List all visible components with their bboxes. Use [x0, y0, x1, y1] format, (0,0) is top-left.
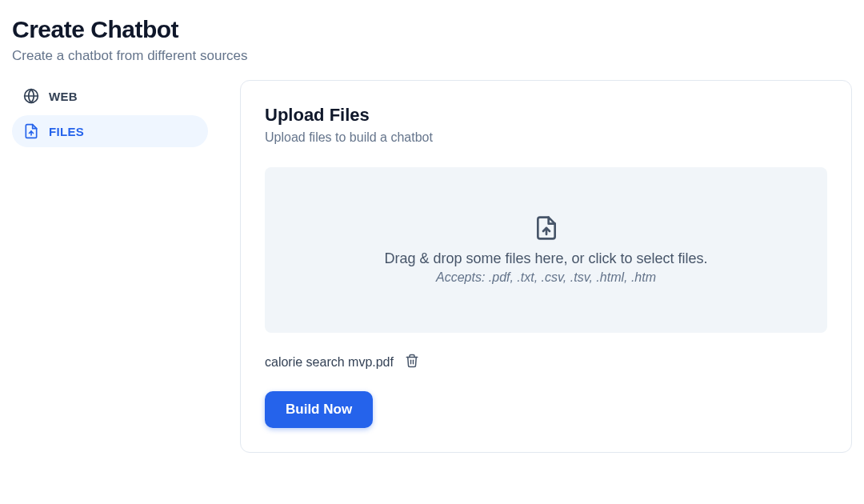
- page-subtitle: Create a chatbot from different sources: [12, 48, 852, 64]
- uploaded-file-name: calorie search mvp.pdf: [265, 355, 394, 370]
- dropzone-text: Drag & drop some files here, or click to…: [384, 250, 707, 267]
- panel-subtitle: Upload files to build a chatbot: [265, 130, 827, 145]
- sidebar-item-label: FILES: [49, 125, 84, 138]
- page-title: Create Chatbot: [12, 16, 852, 43]
- globe-icon: [23, 88, 39, 104]
- file-upload-icon: [23, 123, 39, 139]
- sidebar-item-label: WEB: [49, 90, 78, 103]
- sidebar-item-web[interactable]: WEB: [12, 80, 208, 112]
- sidebar-item-files[interactable]: FILES: [12, 115, 208, 147]
- build-now-button[interactable]: Build Now: [265, 391, 373, 428]
- file-dropzone[interactable]: Drag & drop some files here, or click to…: [265, 167, 827, 333]
- file-arrow-up-icon: [534, 215, 559, 241]
- trash-icon: [405, 354, 419, 370]
- panel-title: Upload Files: [265, 105, 827, 126]
- sidebar: WEB FILES: [12, 80, 208, 453]
- delete-file-button[interactable]: [403, 352, 421, 372]
- dropzone-accepts: Accepts: .pdf, .txt, .csv, .tsv, .html, …: [436, 270, 656, 285]
- main-panel: Upload Files Upload files to build a cha…: [240, 80, 852, 453]
- content-row: WEB FILES Upload Files Upload files to b…: [12, 80, 852, 453]
- uploaded-file-row: calorie search mvp.pdf: [265, 352, 827, 372]
- page-header: Create Chatbot Create a chatbot from dif…: [12, 16, 852, 64]
